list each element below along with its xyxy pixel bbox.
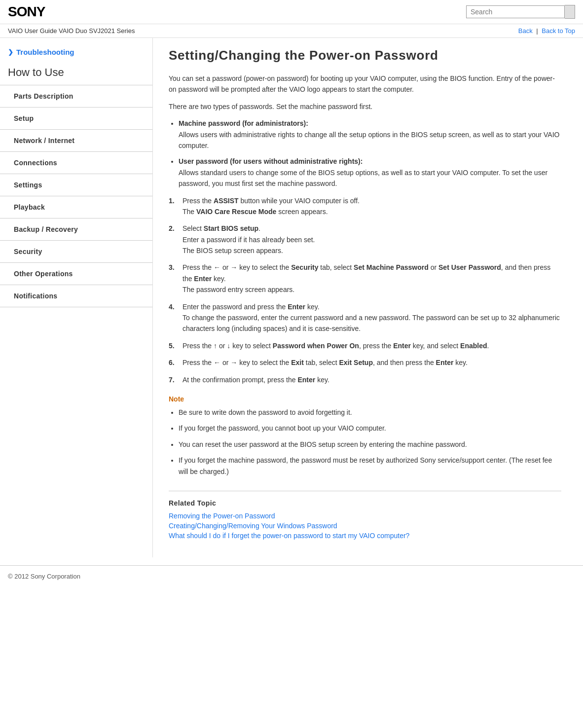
list-item: Be sure to write down the password to av… xyxy=(179,407,561,418)
step-2: 2. Select Start BIOS setup. Enter a pass… xyxy=(169,223,561,256)
sidebar-item-other-operations[interactable]: Other Operations xyxy=(0,263,152,285)
back-link[interactable]: Back xyxy=(518,27,533,35)
step-3: 3. Press the ← or → key to select the Se… xyxy=(169,262,561,295)
list-item: You can reset the user password at the B… xyxy=(179,439,561,450)
bullet-body-user: Allows standard users to change some of … xyxy=(179,169,547,187)
nav-links: Back | Back to Top xyxy=(518,27,575,35)
note-section: Note Be sure to write down the password … xyxy=(169,395,561,477)
step-2-sub: Enter a password if it has already been … xyxy=(182,234,561,256)
step-4: 4. Enter the password and press the Ente… xyxy=(169,301,561,334)
step-4-sub: To change the password, enter the curren… xyxy=(182,312,561,334)
list-item: Machine password (for administrators): A… xyxy=(179,118,561,151)
note-list: Be sure to write down the password to av… xyxy=(179,407,561,477)
related-topic-section: Related Topic Removing the Power-on Pass… xyxy=(169,491,561,540)
sidebar-item-notifications[interactable]: Notifications xyxy=(0,285,152,307)
list-item: If you forget the password, you cannot b… xyxy=(179,423,561,434)
main-layout: Troubleshooting How to Use Parts Descrip… xyxy=(0,38,583,557)
sidebar-item-security[interactable]: Security xyxy=(0,241,152,262)
list-item: User password (for users without adminis… xyxy=(179,156,561,189)
search-container xyxy=(466,5,575,19)
sidebar-item-parts-description[interactable]: Parts Description xyxy=(0,85,152,107)
sidebar-item-connections[interactable]: Connections xyxy=(0,152,152,174)
sidebar-item-settings[interactable]: Settings xyxy=(0,174,152,196)
step-7: 7. At the confirmation prompt, press the… xyxy=(169,374,561,385)
sidebar-item-playback[interactable]: Playback xyxy=(0,196,152,218)
bullet-body-machine: Allows users with administrative rights … xyxy=(179,131,559,149)
copyright: © 2012 Sony Corporation xyxy=(8,573,80,580)
page-title: Setting/Changing the Power-on Password xyxy=(169,48,561,63)
sidebar: Troubleshooting How to Use Parts Descrip… xyxy=(0,38,153,557)
intro-para-1: You can set a password (power-on passwor… xyxy=(169,73,561,95)
search-button[interactable] xyxy=(565,5,575,19)
related-link-3[interactable]: What should I do if I forget the power-o… xyxy=(169,532,561,540)
step-1-sub: The VAIO Care Rescue Mode screen appears… xyxy=(182,206,561,217)
back-to-top-link[interactable]: Back to Top xyxy=(542,27,575,35)
sidebar-item-network-internet[interactable]: Network / Internet xyxy=(0,130,152,151)
subheader: VAIO User Guide VAIO Duo SVJ2021 Series … xyxy=(0,24,583,38)
how-to-use-label: How to Use xyxy=(0,62,152,85)
step-6: 6. Press the ← or → key to select the Ex… xyxy=(169,357,561,368)
search-input[interactable] xyxy=(466,5,565,18)
bullet-title-machine: Machine password (for administrators): xyxy=(179,119,308,127)
sidebar-item-backup-recovery[interactable]: Backup / Recovery xyxy=(0,218,152,240)
header: SONY xyxy=(0,0,583,24)
steps-list: 1. Press the ASSIST button while your VA… xyxy=(169,195,561,385)
sony-logo: SONY xyxy=(8,4,45,20)
sidebar-item-setup[interactable]: Setup xyxy=(0,108,152,129)
related-label: Related Topic xyxy=(169,499,561,507)
step-1: 1. Press the ASSIST button while your VA… xyxy=(169,195,561,218)
bullet-title-user: User password (for users without adminis… xyxy=(179,157,363,165)
related-link-1[interactable]: Removing the Power-on Password xyxy=(169,512,561,520)
content-area: Setting/Changing the Power-on Password Y… xyxy=(153,38,577,557)
password-types-list: Machine password (for administrators): A… xyxy=(179,118,561,189)
intro-para-2: There are two types of passwords. Set th… xyxy=(169,101,561,112)
footer: © 2012 Sony Corporation xyxy=(0,565,583,587)
step-3-sub: The password entry screen appears. xyxy=(182,284,561,295)
troubleshooting-link[interactable]: Troubleshooting xyxy=(0,46,152,62)
note-label: Note xyxy=(169,395,561,403)
guide-title: VAIO User Guide VAIO Duo SVJ2021 Series xyxy=(8,27,135,35)
list-item: If you forget the machine password, the … xyxy=(179,455,561,477)
related-link-2[interactable]: Creating/Changing/Removing Your Windows … xyxy=(169,522,561,530)
divider xyxy=(0,307,152,307)
step-5: 5. Press the ↑ or ↓ key to select Passwo… xyxy=(169,340,561,351)
